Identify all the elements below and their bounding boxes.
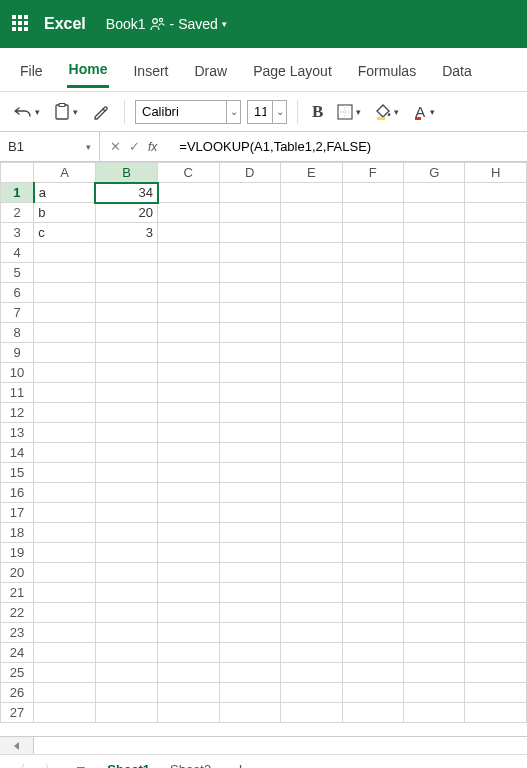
chevron-down-icon[interactable]: ⌄	[226, 101, 240, 123]
cell-E17[interactable]	[281, 503, 342, 523]
cell-B2[interactable]: 20	[95, 203, 157, 223]
cell-E2[interactable]	[281, 203, 342, 223]
cell-G1[interactable]	[403, 183, 465, 203]
cell-A13[interactable]	[34, 423, 96, 443]
cell-H11[interactable]	[465, 383, 527, 403]
cell-B1[interactable]: 34	[95, 183, 157, 203]
format-painter-button[interactable]	[88, 100, 114, 124]
row-header-27[interactable]: 27	[1, 703, 34, 723]
cell-G25[interactable]	[403, 663, 465, 683]
cell-B9[interactable]	[95, 343, 157, 363]
cell-H16[interactable]	[465, 483, 527, 503]
cell-H23[interactable]	[465, 623, 527, 643]
cell-H24[interactable]	[465, 643, 527, 663]
cell-E11[interactable]	[281, 383, 342, 403]
row-header-6[interactable]: 6	[1, 283, 34, 303]
cell-C20[interactable]	[158, 563, 220, 583]
cell-E6[interactable]	[281, 283, 342, 303]
cell-C7[interactable]	[158, 303, 220, 323]
row-header-22[interactable]: 22	[1, 603, 34, 623]
cell-F25[interactable]	[342, 663, 403, 683]
menu-page-layout[interactable]: Page Layout	[251, 53, 334, 87]
cell-C24[interactable]	[158, 643, 220, 663]
cell-E27[interactable]	[281, 703, 342, 723]
cell-A6[interactable]	[34, 283, 96, 303]
cell-E26[interactable]	[281, 683, 342, 703]
row-header-3[interactable]: 3	[1, 223, 34, 243]
cell-B27[interactable]	[95, 703, 157, 723]
cell-B18[interactable]	[95, 523, 157, 543]
cell-A17[interactable]	[34, 503, 96, 523]
font-size-input[interactable]	[248, 104, 272, 119]
cell-B24[interactable]	[95, 643, 157, 663]
cell-H27[interactable]	[465, 703, 527, 723]
cell-H4[interactable]	[465, 243, 527, 263]
cell-E3[interactable]	[281, 223, 342, 243]
cell-A27[interactable]	[34, 703, 96, 723]
cell-D26[interactable]	[219, 683, 281, 703]
cell-H2[interactable]	[465, 203, 527, 223]
cell-B5[interactable]	[95, 263, 157, 283]
col-header-A[interactable]: A	[34, 163, 96, 183]
cell-G8[interactable]	[403, 323, 465, 343]
cell-D14[interactable]	[219, 443, 281, 463]
cell-D15[interactable]	[219, 463, 281, 483]
cell-G22[interactable]	[403, 603, 465, 623]
bold-button[interactable]: B	[308, 99, 327, 125]
cell-F7[interactable]	[342, 303, 403, 323]
cell-G2[interactable]	[403, 203, 465, 223]
row-header-1[interactable]: 1	[1, 183, 34, 203]
cell-H20[interactable]	[465, 563, 527, 583]
cell-B10[interactable]	[95, 363, 157, 383]
cell-H5[interactable]	[465, 263, 527, 283]
cell-D19[interactable]	[219, 543, 281, 563]
cell-D7[interactable]	[219, 303, 281, 323]
cell-A4[interactable]	[34, 243, 96, 263]
row-header-7[interactable]: 7	[1, 303, 34, 323]
cell-D4[interactable]	[219, 243, 281, 263]
cell-B26[interactable]	[95, 683, 157, 703]
cell-C6[interactable]	[158, 283, 220, 303]
cell-G3[interactable]	[403, 223, 465, 243]
cell-G23[interactable]	[403, 623, 465, 643]
cell-A16[interactable]	[34, 483, 96, 503]
cell-H6[interactable]	[465, 283, 527, 303]
cell-F2[interactable]	[342, 203, 403, 223]
cell-A1[interactable]: a	[34, 183, 96, 203]
cell-G7[interactable]	[403, 303, 465, 323]
cell-B7[interactable]	[95, 303, 157, 323]
cell-B15[interactable]	[95, 463, 157, 483]
cell-H10[interactable]	[465, 363, 527, 383]
row-header-9[interactable]: 9	[1, 343, 34, 363]
menu-data[interactable]: Data	[440, 53, 474, 87]
cell-H26[interactable]	[465, 683, 527, 703]
cell-G17[interactable]	[403, 503, 465, 523]
cell-C26[interactable]	[158, 683, 220, 703]
cell-D5[interactable]	[219, 263, 281, 283]
cell-H22[interactable]	[465, 603, 527, 623]
cancel-formula-icon[interactable]: ✕	[110, 139, 121, 154]
cell-F18[interactable]	[342, 523, 403, 543]
cell-E7[interactable]	[281, 303, 342, 323]
cell-D6[interactable]	[219, 283, 281, 303]
cell-E25[interactable]	[281, 663, 342, 683]
cell-C19[interactable]	[158, 543, 220, 563]
cell-A14[interactable]	[34, 443, 96, 463]
cell-H1[interactable]	[465, 183, 527, 203]
row-header-26[interactable]: 26	[1, 683, 34, 703]
cell-C18[interactable]	[158, 523, 220, 543]
cell-G27[interactable]	[403, 703, 465, 723]
cell-H9[interactable]	[465, 343, 527, 363]
cell-G12[interactable]	[403, 403, 465, 423]
spreadsheet-grid[interactable]: ABCDEFGH1a342b203c3456789101112131415161…	[0, 162, 527, 736]
cell-B4[interactable]	[95, 243, 157, 263]
name-box[interactable]: B1 ▾	[0, 132, 100, 161]
cell-E14[interactable]	[281, 443, 342, 463]
app-launcher-icon[interactable]	[12, 15, 30, 33]
cell-B13[interactable]	[95, 423, 157, 443]
cell-F26[interactable]	[342, 683, 403, 703]
row-header-23[interactable]: 23	[1, 623, 34, 643]
menu-draw[interactable]: Draw	[192, 53, 229, 87]
menu-home[interactable]: Home	[67, 51, 110, 88]
cell-D3[interactable]	[219, 223, 281, 243]
